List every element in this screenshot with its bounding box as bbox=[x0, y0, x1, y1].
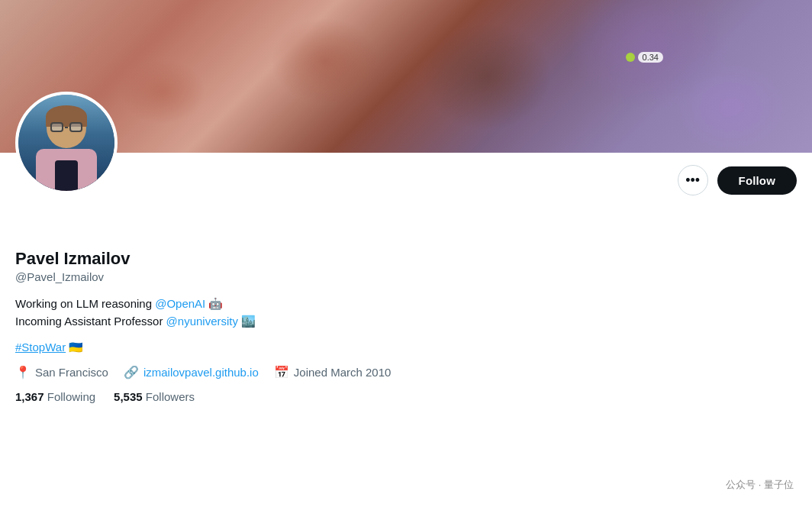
followers-count: 5,535 bbox=[114, 390, 143, 403]
following-stat[interactable]: 1,367 Following bbox=[15, 390, 95, 403]
banner-texture bbox=[0, 0, 812, 153]
bio: Working on LLM reasoning @OpenAI 🤖 Incom… bbox=[15, 295, 797, 330]
stopwar-hashtag[interactable]: #StopWar bbox=[15, 341, 66, 354]
bio-line1-text: Working on LLM reasoning bbox=[15, 297, 155, 310]
following-label: Following bbox=[47, 390, 95, 403]
joined-item: 📅 Joined March 2010 bbox=[274, 365, 392, 379]
location-text: San Francisco bbox=[35, 366, 108, 379]
joined-text: Joined March 2010 bbox=[294, 366, 392, 379]
bio-line1-emoji: 🤖 bbox=[208, 297, 223, 310]
dot-green bbox=[626, 53, 635, 62]
calendar-icon: 📅 bbox=[274, 365, 289, 379]
bio-line2-text: Incoming Assistant Professor bbox=[15, 315, 166, 328]
ukraine-flag-emoji: 🇺🇦 bbox=[69, 341, 83, 354]
followers-stat[interactable]: 5,535 Followers bbox=[114, 390, 195, 403]
display-name: Pavel Izmailov bbox=[15, 249, 797, 269]
banner-dot-indicator: 0.34 bbox=[626, 52, 663, 63]
bio-openai-mention[interactable]: @OpenAI bbox=[155, 297, 205, 310]
bio-nyu-mention[interactable]: @nyuniversity bbox=[166, 315, 238, 328]
profile-banner: 0.34 bbox=[0, 0, 812, 153]
meta-row: 📍 San Francisco 🔗 izmailovpavel.github.i… bbox=[15, 365, 797, 379]
bio-line2-emoji: 🏙️ bbox=[241, 315, 256, 328]
profile-section: ••• Follow Pavel Izmailov @Pavel_Izmailo… bbox=[0, 153, 812, 418]
website-item: 🔗 izmailovpavel.github.io bbox=[124, 365, 259, 379]
location-icon: 📍 bbox=[15, 365, 31, 379]
username: @Pavel_Izmailov bbox=[15, 270, 797, 283]
location-item: 📍 San Francisco bbox=[15, 365, 108, 379]
link-icon: 🔗 bbox=[124, 365, 139, 379]
hashtag-line: #StopWar 🇺🇦 bbox=[15, 341, 797, 354]
stats-row: 1,367 Following 5,535 Followers bbox=[15, 390, 797, 403]
profile-info: Pavel Izmailov @Pavel_Izmailov Working o… bbox=[15, 203, 797, 418]
action-row: ••• Follow bbox=[15, 153, 797, 203]
dot-label: 0.34 bbox=[638, 52, 663, 63]
followers-label: Followers bbox=[146, 390, 195, 403]
more-options-button[interactable]: ••• bbox=[678, 165, 708, 195]
follow-button[interactable]: Follow bbox=[717, 166, 797, 195]
avatar bbox=[15, 92, 118, 194]
watermark: 公众号 · 量子位 bbox=[720, 475, 800, 495]
avatar-image bbox=[18, 95, 114, 191]
website-link[interactable]: izmailovpavel.github.io bbox=[143, 366, 259, 379]
following-count: 1,367 bbox=[15, 390, 44, 403]
